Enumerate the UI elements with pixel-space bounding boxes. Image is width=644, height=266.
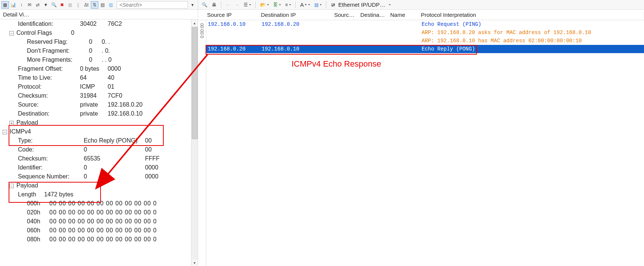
ip-payload-row[interactable]: + Payload (0, 118, 188, 127)
payload-header-row[interactable]: − Payload (0, 181, 188, 190)
toolbar-btn-14[interactable]: ▥ (107, 1, 115, 9)
rtb-layout-icon[interactable]: ▤▾ (313, 1, 323, 9)
rtb-db-icon[interactable]: 🗄▾ (272, 1, 282, 9)
icmp-code-row[interactable]: Code: 0 00 (0, 145, 188, 154)
rtb-open-icon[interactable]: 📂▾ (259, 1, 270, 9)
rtb-binoculars-icon[interactable]: 🔍 (200, 1, 209, 9)
packet-proto: Echo Reply (PONG) (422, 46, 644, 52)
packet-row[interactable]: 192.168.0.20192.168.0.10Echo Reply (PONG… (206, 45, 644, 53)
ip-identification-row[interactable]: Identification: 30402 76C2 (0, 19, 188, 28)
ip-reserved-flag-row[interactable]: Reserved Flag: 0 0. . (0, 37, 188, 46)
hex-row-0[interactable]: 000h 00 00 00 00 00 00 00 00 00 00 00 0 (0, 199, 188, 208)
rtb-lines-icon[interactable]: ≡▾ (284, 1, 292, 9)
hdr-protocol[interactable]: Protocol Interpretation (420, 12, 644, 18)
icmp-type-row[interactable]: Type: Echo Reply (PONG) 00 (0, 136, 188, 145)
toolbar-btn-1[interactable]: ▦ (1, 1, 9, 9)
scroll-up-icon[interactable]: ▴ (191, 19, 198, 26)
ip-protocol-row[interactable]: Protocol: ICMP 01 (0, 82, 188, 91)
icmp-sequence-row[interactable]: Sequence Number: 0 0000 (0, 172, 188, 181)
icmp-identifier-row[interactable]: Identifier: 0 0000 (0, 163, 188, 172)
time-gutter: 0:00:00 (198, 20, 206, 266)
rtb-tree-icon[interactable]: ☰▾ (242, 1, 252, 9)
toolbar-btn-3[interactable]: ↕ (18, 1, 25, 9)
ip-source-row[interactable]: Source: private 192.168.0.20 (0, 100, 188, 109)
left-toolbar: ▦ 📊 ↕ ✉ ⇄ ▼ 🔍 ✖ ▦ ‖ Δt ⇅ ▤ ▥ ▾ (0, 0, 198, 10)
hex-row-1[interactable]: 020h 00 00 00 00 00 00 00 00 00 00 00 0 (0, 208, 188, 217)
packet-dstip: 192.168.0.10 (262, 46, 335, 52)
toolbar-btn-2[interactable]: 📊 (10, 1, 17, 9)
collapse-icon[interactable]: − (9, 28, 16, 37)
toolbar-btn-9[interactable]: ▦ (67, 1, 74, 9)
detail-view-header: Detail Vi… (0, 10, 198, 19)
scroll-down-icon[interactable]: ▾ (191, 259, 198, 266)
hdr-dest-port[interactable]: Destina… (360, 12, 389, 18)
payload-length-row[interactable]: Length 1472 bytes (0, 190, 188, 199)
right-toolbar: 🔍 🖶 ← → ☰▾ 📂▾ 🗄▾ ≡▾ A+▾ ▤▾ 🖳 Ethernet IP… (198, 0, 644, 10)
rtb-back-icon[interactable]: ← (224, 1, 232, 9)
icmp-header-row[interactable]: − ICMPv4 (0, 127, 188, 136)
packet-srcip: 192.168.0.20 (208, 46, 262, 52)
toolbar-binoculars-icon[interactable]: 🔍 (50, 1, 58, 9)
left-panel: ▦ 📊 ↕ ✉ ⇄ ▼ 🔍 ✖ ▦ ‖ Δt ⇅ ▤ ▥ ▾ Detail Vi… (0, 0, 198, 266)
right-body: 0:00:00 192.168.0.10192.168.0.20Echo Req… (198, 20, 644, 266)
collapse-icon[interactable]: − (2, 127, 10, 136)
scroll-thumb[interactable] (192, 27, 198, 139)
hdr-source-ip[interactable]: Source IP (206, 12, 260, 18)
rtb-print-icon[interactable]: 🖶 (210, 1, 218, 9)
search-dropdown-icon[interactable]: ▾ (189, 1, 196, 9)
right-panel: 🔍 🖶 ← → ☰▾ 📂▾ 🗄▾ ≡▾ A+▾ ▤▾ 🖳 Ethernet IP… (198, 0, 644, 266)
packet-row[interactable]: ARP: 192.168.0.20 asks for MAC address o… (206, 28, 644, 37)
detail-body: Identification: 30402 76C2 − Control Fla… (0, 19, 198, 266)
rtb-device-icon[interactable]: 🖳 (329, 1, 337, 9)
packet-row[interactable]: ARP: 192.168.0.10 has MAC address 02:00:… (206, 37, 644, 45)
toolbar-filter-icon[interactable]: ▼ (42, 1, 50, 9)
packet-proto: ARP: 192.168.0.20 asks for MAC address o… (422, 30, 644, 36)
toolbar-btn-5[interactable]: ⇄ (34, 1, 41, 9)
hdr-name[interactable]: Name (389, 12, 420, 18)
packet-proto: Echo Request (PING) (422, 21, 644, 27)
rtb-forward-icon[interactable]: → (233, 1, 241, 9)
ip-fragment-offset-row[interactable]: Fragment Offset: 0 bytes 0000 (0, 64, 188, 73)
hex-row-3[interactable]: 060h 00 00 00 00 00 00 00 00 00 00 00 0 (0, 226, 188, 235)
toolbar-btn-13[interactable]: ▤ (99, 1, 107, 9)
time-label: 0:00:00 (200, 23, 205, 38)
collapse-icon[interactable]: − (9, 181, 16, 190)
toolbar-btn-12[interactable]: ⇅ (91, 1, 98, 9)
packet-dstip: 192.168.0.20 (262, 21, 335, 27)
packet-row[interactable]: 192.168.0.10192.168.0.20Echo Request (PI… (206, 20, 644, 28)
protocol-dropdown-label[interactable]: Ethernet IP/UDP… (338, 1, 385, 8)
toolbar-clear-icon[interactable]: ✖ (58, 1, 66, 9)
rtb-font-icon[interactable]: A+▾ (299, 1, 311, 9)
detail-view-title: Detail Vi… (3, 11, 30, 18)
icmp-checksum-row[interactable]: Checksum: 65535 FFFF (0, 154, 188, 163)
ip-control-flags-row[interactable]: − Control Flags 0 (0, 28, 188, 37)
packet-proto: ARP: 192.168.0.10 has MAC address 02:00:… (422, 38, 644, 44)
toolbar-btn-4[interactable]: ✉ (26, 1, 33, 9)
protocol-dropdown-icon[interactable]: ▾ (387, 1, 392, 9)
hdr-dest-ip[interactable]: Destination IP (260, 12, 333, 18)
toolbar-btn-10[interactable]: ‖ (75, 1, 82, 9)
ip-more-fragments-row[interactable]: More Fragments: 0 . . 0 (0, 55, 188, 64)
ip-dont-fragment-row[interactable]: Don't Fragment: 0 . 0. (0, 46, 188, 55)
ip-ttl-row[interactable]: Time to Live: 64 40 (0, 73, 188, 82)
detail-tree[interactable]: Identification: 30402 76C2 − Control Fla… (0, 19, 188, 266)
hdr-source-port[interactable]: Sourc… (333, 12, 360, 18)
ip-checksum-row[interactable]: Checksum: 31984 7CF0 (0, 91, 188, 100)
search-input[interactable] (117, 1, 188, 9)
packet-list-header[interactable]: Source IP Destination IP Sourc… Destina…… (198, 10, 644, 20)
toolbar-delta-t[interactable]: Δt (83, 1, 90, 9)
hex-row-4[interactable]: 080h 00 00 00 00 00 00 00 00 00 00 00 0 (0, 235, 188, 244)
expand-icon[interactable]: + (9, 118, 16, 127)
packet-list[interactable]: 192.168.0.10192.168.0.20Echo Request (PI… (206, 20, 644, 266)
detail-scrollbar-v[interactable]: ▴ ▾ (191, 19, 198, 266)
hex-row-2[interactable]: 040h 00 00 00 00 00 00 00 00 00 00 00 0 (0, 217, 188, 226)
packet-srcip: 192.168.0.10 (208, 21, 262, 27)
ip-destination-row[interactable]: Destination: private 192.168.0.10 (0, 109, 188, 118)
